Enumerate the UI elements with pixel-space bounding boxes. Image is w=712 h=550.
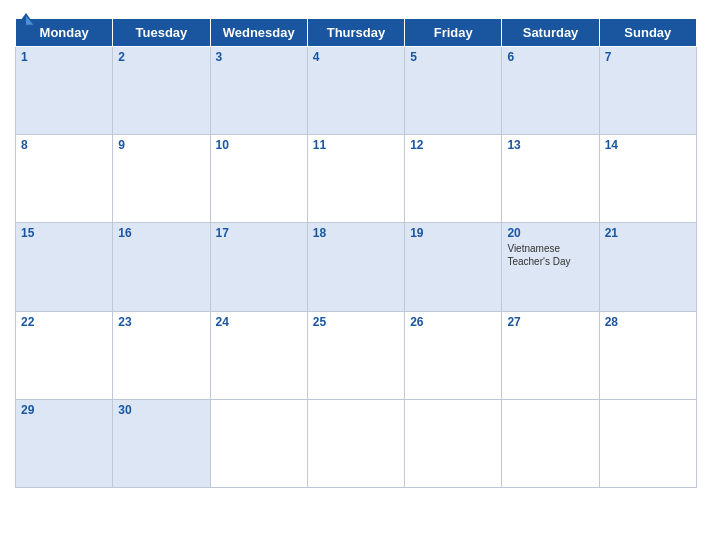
- calendar-container: MondayTuesdayWednesdayThursdayFridaySatu…: [0, 0, 712, 550]
- day-number: 11: [313, 138, 399, 152]
- calendar-cell-0-2: 3: [210, 47, 307, 135]
- weekday-header-row: MondayTuesdayWednesdayThursdayFridaySatu…: [16, 19, 697, 47]
- day-number: 24: [216, 315, 302, 329]
- calendar-cell-2-6: 21: [599, 223, 696, 311]
- calendar-cell-1-1: 9: [113, 135, 210, 223]
- day-number: 2: [118, 50, 204, 64]
- calendar-cell-0-4: 5: [405, 47, 502, 135]
- weekday-header-saturday: Saturday: [502, 19, 599, 47]
- calendar-cell-2-3: 18: [307, 223, 404, 311]
- day-number: 1: [21, 50, 107, 64]
- calendar-cell-1-4: 12: [405, 135, 502, 223]
- calendar-cell-2-5: 20Vietnamese Teacher's Day: [502, 223, 599, 311]
- day-number: 19: [410, 226, 496, 240]
- calendar-cell-1-3: 11: [307, 135, 404, 223]
- weekday-header-thursday: Thursday: [307, 19, 404, 47]
- day-number: 16: [118, 226, 204, 240]
- calendar-cell-4-5: [502, 399, 599, 487]
- day-number: 7: [605, 50, 691, 64]
- logo-area: [15, 10, 41, 32]
- day-number: 29: [21, 403, 107, 417]
- calendar-cell-1-0: 8: [16, 135, 113, 223]
- calendar-cell-4-1: 30: [113, 399, 210, 487]
- calendar-cell-3-0: 22: [16, 311, 113, 399]
- calendar-cell-2-1: 16: [113, 223, 210, 311]
- calendar-cell-0-3: 4: [307, 47, 404, 135]
- calendar-cell-2-0: 15: [16, 223, 113, 311]
- day-number: 5: [410, 50, 496, 64]
- calendar-cell-3-6: 28: [599, 311, 696, 399]
- calendar-cell-1-2: 10: [210, 135, 307, 223]
- calendar-cell-3-2: 24: [210, 311, 307, 399]
- calendar-cell-1-5: 13: [502, 135, 599, 223]
- calendar-cell-4-0: 29: [16, 399, 113, 487]
- week-row-4: 2930: [16, 399, 697, 487]
- calendar-cell-0-0: 1: [16, 47, 113, 135]
- day-number: 25: [313, 315, 399, 329]
- day-number: 8: [21, 138, 107, 152]
- day-number: 13: [507, 138, 593, 152]
- calendar-cell-2-4: 19: [405, 223, 502, 311]
- calendar-table: MondayTuesdayWednesdayThursdayFridaySatu…: [15, 18, 697, 488]
- calendar-cell-2-2: 17: [210, 223, 307, 311]
- day-number: 20: [507, 226, 593, 240]
- weekday-header-wednesday: Wednesday: [210, 19, 307, 47]
- day-number: 10: [216, 138, 302, 152]
- day-number: 28: [605, 315, 691, 329]
- calendar-thead: MondayTuesdayWednesdayThursdayFridaySatu…: [16, 19, 697, 47]
- calendar-cell-3-4: 26: [405, 311, 502, 399]
- calendar-cell-3-1: 23: [113, 311, 210, 399]
- calendar-cell-4-2: [210, 399, 307, 487]
- calendar-cell-4-6: [599, 399, 696, 487]
- calendar-tbody: 1234567891011121314151617181920Vietnames…: [16, 47, 697, 488]
- calendar-cell-0-1: 2: [113, 47, 210, 135]
- calendar-cell-4-4: [405, 399, 502, 487]
- weekday-header-sunday: Sunday: [599, 19, 696, 47]
- day-number: 9: [118, 138, 204, 152]
- day-number: 23: [118, 315, 204, 329]
- calendar-cell-1-6: 14: [599, 135, 696, 223]
- day-number: 30: [118, 403, 204, 417]
- day-number: 3: [216, 50, 302, 64]
- day-number: 27: [507, 315, 593, 329]
- calendar-cell-3-3: 25: [307, 311, 404, 399]
- calendar-cell-3-5: 27: [502, 311, 599, 399]
- day-number: 4: [313, 50, 399, 64]
- week-row-0: 1234567: [16, 47, 697, 135]
- day-number: 18: [313, 226, 399, 240]
- weekday-header-friday: Friday: [405, 19, 502, 47]
- week-row-2: 151617181920Vietnamese Teacher's Day21: [16, 223, 697, 311]
- calendar-cell-4-3: [307, 399, 404, 487]
- day-number: 12: [410, 138, 496, 152]
- day-number: 17: [216, 226, 302, 240]
- holiday-text: Vietnamese Teacher's Day: [507, 242, 593, 268]
- day-number: 15: [21, 226, 107, 240]
- weekday-header-tuesday: Tuesday: [113, 19, 210, 47]
- week-row-3: 22232425262728: [16, 311, 697, 399]
- calendar-cell-0-6: 7: [599, 47, 696, 135]
- day-number: 14: [605, 138, 691, 152]
- week-row-1: 891011121314: [16, 135, 697, 223]
- calendar-cell-0-5: 6: [502, 47, 599, 135]
- day-number: 26: [410, 315, 496, 329]
- day-number: 22: [21, 315, 107, 329]
- day-number: 6: [507, 50, 593, 64]
- logo-bird-icon: [15, 10, 37, 32]
- day-number: 21: [605, 226, 691, 240]
